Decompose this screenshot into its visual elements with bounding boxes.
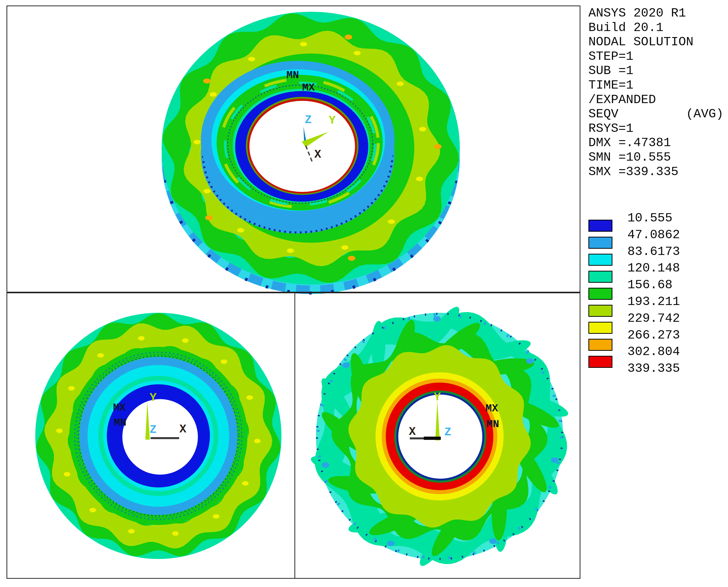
info-line: SMN =10.555 xyxy=(588,150,724,165)
info-line: ANSYS 2020 R1 xyxy=(588,6,724,21)
info-line: RSYS=1 xyxy=(588,121,724,136)
legend-value: 10.555 xyxy=(628,211,673,225)
legend-swatch xyxy=(588,356,612,368)
viewport-panel-front[interactable] xyxy=(6,292,295,579)
viewport-panel-back[interactable] xyxy=(295,292,580,579)
info-line: SUB =1 xyxy=(588,64,724,78)
info-line: /EXPANDED xyxy=(588,93,724,107)
legend-value: 229.742 xyxy=(628,311,680,326)
solution-info-block: ANSYS 2020 R1Build 20.1NODAL SOLUTIONSTE… xyxy=(588,6,724,179)
viewport-panel-isometric[interactable] xyxy=(6,5,580,293)
legend-value: 302.804 xyxy=(628,345,680,359)
info-line: Build 20.1 xyxy=(588,21,724,35)
info-line: TIME=1 xyxy=(588,78,724,93)
info-line: NODAL SOLUTION xyxy=(588,35,724,49)
legend-value: 120.148 xyxy=(628,261,680,275)
legend-value: 47.0862 xyxy=(628,228,680,242)
info-line: SEQV (AVG) xyxy=(588,107,724,121)
legend-value: 339.335 xyxy=(628,361,680,376)
ansys-graphics-window: MNMXZYXMXMNYZXMXMNYZX ANSYS 2020 R1Build… xyxy=(0,0,728,587)
legend-swatch xyxy=(588,220,612,232)
legend-value: 83.6173 xyxy=(628,244,680,259)
info-line: STEP=1 xyxy=(588,49,724,64)
legend-swatch xyxy=(588,322,612,334)
legend-value: 156.68 xyxy=(628,278,673,292)
legend-swatch xyxy=(588,339,612,351)
legend-value: 266.273 xyxy=(628,328,680,342)
legend-swatch xyxy=(588,254,612,266)
legend-swatch xyxy=(588,288,612,300)
legend-swatch xyxy=(588,237,612,249)
legend-swatch xyxy=(588,271,612,283)
info-line: SMX =339.335 xyxy=(588,165,724,179)
legend-value: 193.211 xyxy=(628,295,680,309)
legend-swatch xyxy=(588,305,612,317)
info-line: DMX =.47381 xyxy=(588,136,724,150)
